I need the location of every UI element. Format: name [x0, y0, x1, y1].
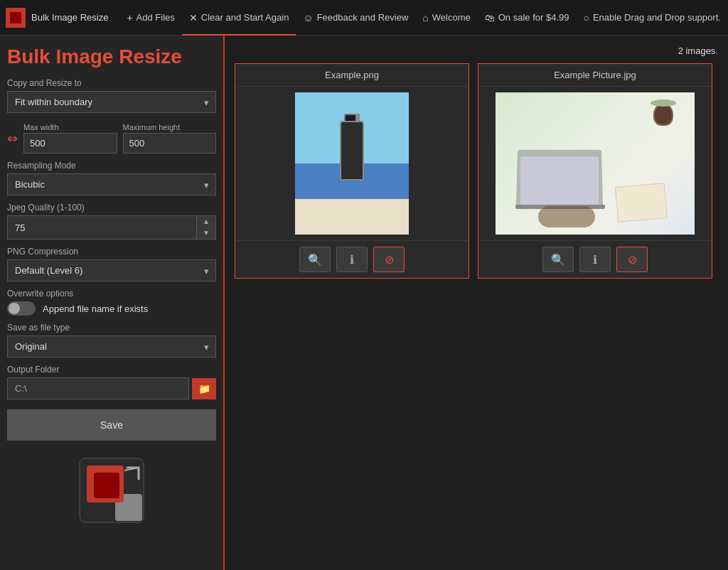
panel-title: Bulk Image Resize — [7, 45, 216, 68]
image-card-2-title: Example Picture.jpg — [478, 64, 712, 87]
toggle-knob — [9, 303, 20, 314]
resampling-section: Resampling Mode BicubicBilinearNearest N… — [7, 161, 216, 195]
nav-drag-drop[interactable]: ○ Enable Drag and Drop support. — [576, 0, 727, 36]
image-card-2-preview — [478, 87, 712, 240]
nav-sale-label: On sale for $4.99 — [498, 12, 569, 23]
max-height-input[interactable] — [123, 133, 217, 154]
app-logo-svg — [76, 455, 147, 526]
max-height-label: Maximum height — [123, 123, 217, 131]
right-panel: 2 images. Example.png — [225, 36, 728, 570]
fit-select-wrapper[interactable]: Fit within boundaryStretch to fillCrop t… — [7, 91, 216, 113]
max-height-field: Maximum height — [123, 123, 217, 154]
smile-icon: ☺ — [303, 12, 313, 23]
resampling-label: Resampling Mode — [7, 161, 216, 171]
append-label: Append file name if exists — [43, 303, 148, 314]
save-as-wrapper[interactable]: OriginalJPEGPNGBMPTIFF ▾ — [7, 335, 216, 357]
png-compression-select[interactable]: Default (Level 6)None (Level 0)Best Spee… — [7, 259, 216, 281]
resize-icon: ⇔ — [7, 131, 18, 146]
png-compression-section: PNG Compression Default (Level 6)None (L… — [7, 247, 216, 281]
output-folder-row: 📁 — [7, 377, 216, 399]
dimension-fields: Max width Maximum height — [23, 123, 216, 154]
delete-icon-2: ⊘ — [628, 253, 637, 267]
nav-add-files-label: Add Files — [136, 12, 175, 23]
delete-icon: ⊘ — [385, 253, 394, 267]
app-logo-icon — [6, 8, 26, 28]
delete-button-1[interactable]: ⊘ — [373, 247, 405, 272]
image-card-1-title: Example.png — [235, 64, 469, 87]
image-card-2-actions: 🔍 ℹ ⊘ — [478, 240, 712, 278]
nav-feedback[interactable]: ☺ Feedback and Review — [296, 0, 415, 36]
zoom-button-1[interactable]: 🔍 — [299, 247, 331, 272]
home-icon: ⌂ — [422, 12, 428, 23]
nav-welcome-label: Welcome — [432, 12, 471, 23]
overwrite-section: Overwrite options Append file name if ex… — [7, 289, 216, 316]
fit-select[interactable]: Fit within boundaryStretch to fillCrop t… — [7, 91, 216, 113]
zoom-button-2[interactable]: 🔍 — [542, 247, 574, 272]
zoom-icon: 🔍 — [308, 253, 322, 267]
clear-icon: ✕ — [189, 12, 198, 23]
quality-up-button[interactable]: ▲ — [197, 216, 215, 227]
overwrite-label: Overwrite options — [7, 289, 216, 299]
nav-add-files[interactable]: + Add Files — [119, 0, 181, 36]
quality-down-button[interactable]: ▼ — [197, 227, 215, 239]
zoom-icon-2: 🔍 — [551, 253, 565, 267]
svg-rect-3 — [94, 473, 119, 498]
resampling-select-wrapper[interactable]: BicubicBilinearNearest NeighborLanczos ▾ — [7, 173, 216, 195]
copy-resize-label: Copy and Resize to — [7, 78, 216, 88]
jpeg-quality-input[interactable] — [8, 217, 196, 238]
save-button[interactable]: Save — [7, 409, 216, 441]
image-card-1: Example.png 🔍 — [235, 63, 469, 279]
nav-drag-label: Enable Drag and Drop support. — [593, 12, 721, 23]
delete-button-2[interactable]: ⊘ — [616, 247, 648, 272]
output-folder-input[interactable] — [7, 377, 189, 399]
jpeg-quality-label: Jpeg Quality (1-100) — [7, 203, 216, 213]
info-button-1[interactable]: ℹ — [336, 247, 368, 272]
jpeg-quality-section: Jpeg Quality (1-100) ▲ ▼ — [7, 203, 216, 240]
browse-folder-button[interactable]: 📁 — [192, 378, 216, 399]
quality-arrows: ▲ ▼ — [196, 216, 215, 239]
toggle-row: Append file name if exists — [7, 301, 216, 316]
image-card-1-actions: 🔍 ℹ ⊘ — [235, 240, 469, 278]
max-width-field: Max width — [23, 123, 117, 154]
image-card-2: Example Picture.jpg — [478, 63, 712, 279]
output-folder-label: Output Folder — [7, 365, 216, 375]
resampling-select[interactable]: BicubicBilinearNearest NeighborLanczos — [7, 173, 216, 195]
nav-sale[interactable]: 🛍 On sale for $4.99 — [478, 0, 577, 36]
max-width-label: Max width — [23, 123, 117, 131]
append-toggle[interactable] — [7, 301, 36, 316]
app-logo-container — [7, 455, 216, 526]
copy-resize-section: Copy and Resize to Fit within boundarySt… — [7, 78, 216, 113]
folder-icon: 📁 — [198, 383, 210, 394]
images-grid: Example.png 🔍 — [235, 63, 718, 279]
max-width-input[interactable] — [23, 133, 117, 154]
left-panel: Bulk Image Resize Copy and Resize to Fit… — [0, 36, 225, 570]
dimension-row: ⇔ Max width Maximum height — [7, 123, 216, 154]
png-compression-label: PNG Compression — [7, 247, 216, 257]
images-count: 2 images. — [235, 45, 718, 56]
image-card-1-preview — [235, 87, 469, 240]
nav-feedback-label: Feedback and Review — [317, 12, 409, 23]
save-as-select[interactable]: OriginalJPEGPNGBMPTIFF — [7, 335, 216, 357]
nav-clear[interactable]: ✕ Clear and Start Again — [182, 0, 296, 36]
save-as-section: Save as file type OriginalJPEGPNGBMPTIFF… — [7, 323, 216, 357]
png-select-wrapper[interactable]: Default (Level 6)None (Level 0)Best Spee… — [7, 259, 216, 281]
app-title: Bulk Image Resize — [31, 12, 108, 23]
titlebar: Bulk Image Resize + Add Files ✕ Clear an… — [0, 0, 728, 36]
drag-icon: ○ — [583, 12, 589, 23]
nav-welcome[interactable]: ⌂ Welcome — [415, 0, 477, 36]
plus-icon: + — [127, 12, 132, 23]
image-preview-building — [295, 92, 409, 235]
info-icon: ℹ — [350, 253, 354, 267]
output-folder-section: Output Folder 📁 — [7, 365, 216, 399]
save-as-label: Save as file type — [7, 323, 216, 333]
main-layout: Bulk Image Resize Copy and Resize to Fit… — [0, 36, 728, 570]
nav-clear-label: Clear and Start Again — [201, 12, 289, 23]
info-button-2[interactable]: ℹ — [579, 247, 611, 272]
info-icon-2: ℹ — [593, 253, 597, 267]
image-preview-desk — [496, 92, 695, 235]
quality-input-row: ▲ ▼ — [7, 215, 216, 240]
bag-icon: 🛍 — [485, 12, 495, 23]
